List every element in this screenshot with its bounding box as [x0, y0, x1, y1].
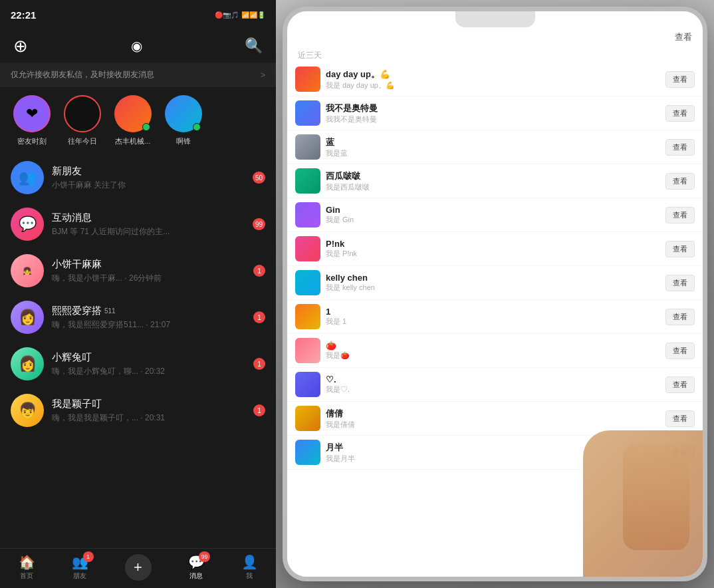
signal-icon: 📶📶🔋	[241, 11, 265, 19]
home-icon: 🏠	[19, 554, 35, 570]
list-item[interactable]: 👧 小饼干麻麻 嗨，我是小饼干麻... · 26分钟前 1	[0, 247, 276, 294]
user3-content: 小辉兔叮 嗨，我是小辉兔叮，聊... · 20:32	[52, 351, 245, 377]
story-avatar-jiefeng	[114, 95, 152, 132]
list-item[interactable]: 👥 新朋友 小饼干麻麻 关注了你 50	[0, 154, 276, 201]
list-entry-btn[interactable]: 查看	[665, 241, 695, 257]
list-entry-info: ♡. 我是♡.	[326, 374, 660, 394]
top-nav: ⊕ ◉ 🔍	[0, 29, 276, 63]
list-entry-name: 蓝	[326, 136, 660, 148]
user1-badge: 1	[253, 265, 265, 277]
list-entry-btn[interactable]: 查看	[665, 309, 695, 325]
right-phone-list: day day up。💪 我是 day day up。💪 查看 我不是奥特曼 我…	[287, 63, 703, 470]
list-entry-btn[interactable]: 查看	[665, 105, 695, 122]
list-entry[interactable]: kelly chen 我是 kelly chen 查看	[287, 266, 703, 300]
list-entry-name: 1	[326, 307, 660, 317]
notice-banner[interactable]: 仅允许接收朋友私信，及时接收朋友消息 >	[0, 63, 276, 87]
nav-add[interactable]: +	[125, 554, 152, 581]
user3-meta: 1	[253, 358, 265, 370]
list-entry-btn[interactable]: 查看	[665, 139, 695, 156]
list-entry[interactable]: day day up。💪 我是 day day up。💪 查看	[287, 63, 703, 96]
friends-badge: 1	[83, 551, 94, 562]
list-entry[interactable]: ♡. 我是♡. 查看	[287, 368, 703, 402]
nav-home[interactable]: 🏠 首页	[19, 554, 35, 581]
left-panel: 22:21 🔴📷🎵 📶📶🔋 ⊕ ◉ 🔍 仅允许接收朋友私信，及时接收朋友消息 >…	[0, 0, 276, 588]
add-icon[interactable]: ⊕	[13, 36, 28, 57]
list-item[interactable]: 💬 互动消息 BJM 等 71 人近期访问过你的主... 99	[0, 201, 276, 247]
list-entry-avatar	[295, 338, 320, 363]
list-entry-btn[interactable]: 查看	[665, 410, 695, 427]
list-entry-btn[interactable]: 查看	[665, 376, 695, 393]
list-entry-desc: 我是蓝	[326, 148, 660, 158]
story-label-history: 往年今日	[68, 136, 97, 146]
list-entry[interactable]: 1 我是 1 查看	[287, 300, 703, 334]
user2-content: 熙熙爱穿搭511 嗨，我是熙熙爱穿搭511... · 21:07	[52, 305, 245, 331]
add-button[interactable]: +	[125, 554, 152, 581]
notice-arrow: >	[261, 71, 265, 80]
phone-frame: 查看 近三天 day day up。💪 我是 day day up。💪 查看 我…	[283, 7, 707, 581]
list-entry-info: 西瓜啵啵 我是西瓜啵啵	[326, 170, 660, 192]
list-entry-btn[interactable]: 查看	[665, 71, 695, 88]
list-entry-desc: 我是西瓜啵啵	[326, 182, 660, 192]
new-friends-content: 新朋友 小饼干麻麻 关注了你	[52, 165, 245, 191]
user4-preview: 嗨，我是我是颖子叮，... · 20:31	[52, 412, 245, 424]
me-icon: 👤	[241, 554, 258, 570]
stories-row: ❤ 密友时刻 往年今日 杰丰机械... 啊锋	[0, 87, 276, 154]
story-item-jiefeng[interactable]: 杰丰机械...	[114, 95, 152, 146]
messages-label: 消息	[189, 571, 203, 581]
bottom-nav: 🏠 首页 👥 朋友 1 + 💬 消息 99 👤 我	[0, 548, 276, 588]
user4-meta: 1	[253, 404, 265, 416]
user4-content: 我是颖子叮 嗨，我是我是颖子叮，... · 20:31	[52, 398, 245, 424]
list-entry-info: 我不是奥特曼 我我不是奥特曼	[326, 102, 660, 124]
list-entry-avatar	[295, 168, 320, 194]
list-entry[interactable]: 西瓜啵啵 我是西瓜啵啵 查看	[287, 164, 703, 198]
list-item[interactable]: 👦 我是颖子叮 嗨，我是我是颖子叮，... · 20:31 1	[0, 387, 276, 434]
list-entry[interactable]: 我不是奥特曼 我我不是奥特曼 查看	[287, 96, 703, 130]
list-entry-avatar	[295, 440, 320, 465]
phone-screen: 查看 近三天 day day up。💪 我是 day day up。💪 查看 我…	[287, 11, 703, 577]
list-entry-btn[interactable]: 查看	[665, 173, 695, 190]
list-entry-name: 🍅	[326, 341, 660, 351]
list-entry-btn[interactable]: 查看	[665, 275, 695, 291]
story-item-miyou[interactable]: ❤ 密友时刻	[13, 95, 51, 146]
nav-messages[interactable]: 💬 消息 99	[188, 554, 205, 581]
user1-avatar: 👧	[11, 254, 44, 287]
list-entry[interactable]: P!nk 我是 P!nk 查看	[287, 232, 703, 266]
user2-meta: 1	[253, 311, 265, 323]
list-entry-info: P!nk 我是 P!nk	[326, 239, 660, 259]
top-view-btn[interactable]: 查看	[675, 31, 692, 43]
list-entry-info: Gin 我是 Gin	[326, 205, 660, 225]
status-time: 22:21	[11, 9, 36, 21]
photo-container: 查看 近三天 day day up。💪 我是 day day up。💪 查看 我…	[276, 0, 714, 588]
interactions-badge: 99	[253, 218, 265, 230]
interactions-meta: 99	[253, 218, 265, 230]
nav-me[interactable]: 👤 我	[241, 554, 258, 581]
list-entry-btn[interactable]: 查看	[665, 207, 695, 223]
list-entry-btn[interactable]: 查看	[665, 343, 695, 359]
user3-avatar: 👩	[11, 347, 44, 380]
list-entry-name: kelly chen	[326, 273, 660, 283]
list-entry[interactable]: 🍅 我是🍅 查看	[287, 334, 703, 368]
section-title: 近三天	[287, 47, 703, 63]
list-entry-name: Gin	[326, 205, 660, 215]
new-friends-meta: 50	[253, 172, 265, 184]
list-entry[interactable]: 蓝 我是蓝 查看	[287, 130, 703, 164]
list-entry-avatar	[295, 304, 320, 329]
story-item-ahfeng[interactable]: 啊锋	[165, 95, 202, 146]
user1-content: 小饼干麻麻 嗨，我是小饼干麻... · 26分钟前	[52, 258, 245, 284]
list-entry-desc: 我是🍅	[326, 351, 660, 361]
list-entry-avatar	[295, 236, 320, 261]
story-item-history[interactable]: 往年今日	[64, 95, 101, 146]
user4-badge: 1	[253, 404, 265, 416]
story-avatar-history	[64, 95, 101, 132]
interactions-name: 互动消息	[52, 212, 245, 224]
list-item[interactable]: 👩 小辉兔叮 嗨，我是小辉兔叮，聊... · 20:32 1	[0, 341, 276, 387]
new-friends-name: 新朋友	[52, 165, 245, 178]
search-icon[interactable]: 🔍	[245, 37, 263, 55]
camera-icon[interactable]: ◉	[131, 38, 142, 54]
messages-badge: 99	[199, 551, 209, 562]
list-entry-desc: 我是 1	[326, 317, 660, 327]
nav-friends[interactable]: 👥 朋友 1	[72, 554, 88, 581]
list-item[interactable]: 👩 熙熙爱穿搭511 嗨，我是熙熙爱穿搭511... · 21:07 1	[0, 294, 276, 341]
list-entry[interactable]: Gin 我是 Gin 查看	[287, 198, 703, 232]
list-entry-avatar	[295, 134, 320, 160]
